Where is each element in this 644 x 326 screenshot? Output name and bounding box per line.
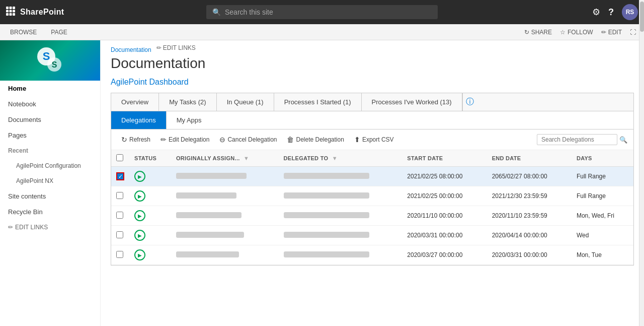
delete-delegation-label: Delete Delegation <box>296 136 344 143</box>
row-start-date: 2020/11/10 00:00:00 <box>402 206 487 226</box>
sidebar-item-agilepoint-config[interactable]: AgilePoint Configuration <box>0 158 100 173</box>
subnav-page[interactable]: PAGE <box>49 24 69 40</box>
table-row: ▶2020/03/27 00:00:002020/03/31 00:00:00M… <box>111 245 633 265</box>
refresh-button[interactable]: ↻ Refresh <box>117 134 154 146</box>
waffle-icon[interactable] <box>6 7 15 18</box>
edit-links-top-label: EDIT LINKS <box>163 44 196 51</box>
breadcrumb-edit-links[interactable]: ✏ EDIT LINKS <box>156 44 196 51</box>
search-delegations-icon[interactable]: 🔍 <box>619 136 627 144</box>
cancel-delegation-button[interactable]: ⊖ Cancel Delegation <box>215 134 281 146</box>
main-layout: S S Home Notebook Documents Pages Recent… <box>0 40 644 326</box>
tab-delegations[interactable]: Delegations <box>111 111 167 129</box>
sidebar-item-home[interactable]: Home <box>0 81 100 96</box>
table-row: ▶2020/11/10 00:00:002020/11/10 23:59:59M… <box>111 206 633 226</box>
header-checkbox-cell <box>111 150 129 167</box>
sidebar-item-documents[interactable]: Documents <box>0 112 100 127</box>
row-checkbox[interactable] <box>116 251 123 258</box>
share-label: SHARE <box>531 29 552 36</box>
row-checkbox-cell <box>111 206 129 226</box>
help-icon[interactable]: ? <box>608 7 614 18</box>
sidebar-item-pages[interactable]: Pages <box>0 127 100 143</box>
tab-processes-worked[interactable]: Processes I've Worked (13) <box>362 93 462 111</box>
subnav-browse[interactable]: BROWSE <box>8 24 39 40</box>
row-checkbox[interactable] <box>116 192 123 199</box>
play-icon: ▶ <box>134 190 145 202</box>
row-status: ▶ <box>129 167 171 186</box>
export-icon: ⬆ <box>354 136 360 144</box>
site-logo: S S <box>0 40 101 81</box>
sidebar-edit-links[interactable]: ✏ EDIT LINKS <box>0 220 100 235</box>
tab-my-apps[interactable]: My Apps <box>167 111 212 129</box>
row-status: ▶ <box>129 186 171 206</box>
svg-rect-0 <box>6 7 9 9</box>
row-end-date: 2020/03/31 00:00:00 <box>487 245 572 265</box>
row-checkbox-checked[interactable]: ✓ <box>116 172 124 180</box>
user-avatar[interactable]: RS <box>622 4 638 20</box>
breadcrumb[interactable]: Documentation <box>111 40 151 55</box>
tab-info-icon[interactable]: ⓘ <box>462 93 477 111</box>
edit-label: EDIT <box>608 29 622 36</box>
sidebar-item-agilepoint-nx[interactable]: AgilePoint NX <box>0 173 100 188</box>
edit-delegation-button[interactable]: ✏ Edit Delegation <box>156 134 213 146</box>
row-days: Mon, Wed, Fri <box>572 206 633 226</box>
blurred-bar-del <box>284 173 369 179</box>
row-originally-assigned <box>171 245 279 265</box>
select-all-checkbox[interactable] <box>116 154 123 161</box>
export-csv-button[interactable]: ⬆ Export CSV <box>350 134 398 146</box>
row-delegated-to <box>279 186 403 206</box>
play-icon: ▶ <box>134 249 145 260</box>
header-start-date: START DATE <box>402 150 487 167</box>
row-status: ▶ <box>129 206 171 226</box>
row-originally-assigned <box>171 226 279 245</box>
row-delegated-to <box>279 226 403 245</box>
subnav-edit[interactable]: ✏ EDIT <box>601 29 622 36</box>
delegations-search-input[interactable] <box>537 134 617 145</box>
sidebar-item-recent: Recent <box>0 143 100 158</box>
header-delegated-to[interactable]: DELEGATED TO ▼ <box>279 150 403 167</box>
delete-delegation-button[interactable]: 🗑 Delete Delegation <box>283 134 348 146</box>
svg-rect-5 <box>13 10 15 12</box>
gear-icon[interactable]: ⚙ <box>592 7 600 18</box>
row-days: Full Range <box>572 167 633 186</box>
sidebar-item-site-contents[interactable]: Site contents <box>0 188 100 204</box>
svg-rect-7 <box>10 13 12 16</box>
play-icon: ▶ <box>134 230 145 241</box>
header-originally-assigned[interactable]: ORIGINALLY ASSIGN... ▼ <box>171 150 279 167</box>
subnav-expand[interactable]: ⛶ <box>630 29 636 36</box>
refresh-label: Refresh <box>129 136 150 143</box>
blurred-bar-del <box>284 192 369 199</box>
table-row: ▶2021/02/25 00:00:002021/12/30 23:59:59F… <box>111 186 633 206</box>
header-status: STATUS <box>129 150 171 167</box>
subnav-follow[interactable]: ☆ FOLLOW <box>560 29 593 36</box>
tab-processes-started[interactable]: Processes I Started (1) <box>274 93 362 111</box>
edit-icon: ✏ <box>601 29 606 36</box>
row-checkbox-cell <box>111 245 129 265</box>
row-start-date: 2021/02/25 00:00:00 <box>402 186 487 206</box>
table-body: ✓▶2021/02/25 08:00:002065/02/27 08:00:00… <box>111 167 633 265</box>
row-originally-assigned <box>171 206 279 226</box>
search-input[interactable] <box>225 8 432 16</box>
top-bar-right: ⚙ ? RS <box>592 4 638 20</box>
right-scrollbar[interactable] <box>639 40 644 326</box>
svg-rect-1 <box>10 7 12 9</box>
header-end-date: END DATE <box>487 150 572 167</box>
row-checkbox[interactable] <box>116 212 123 219</box>
tab-in-queue[interactable]: In Queue (1) <box>217 93 274 111</box>
play-icon: ▶ <box>134 210 145 221</box>
tab-overview[interactable]: Overview <box>111 93 159 111</box>
top-bar-left: SharePoint <box>6 7 64 18</box>
tabs-row1: Overview My Tasks (2) In Queue (1) Proce… <box>111 93 633 111</box>
subnav-share[interactable]: ↻ SHARE <box>524 29 552 36</box>
toolbar: ↻ Refresh ✏ Edit Delegation ⊖ Cancel Del… <box>111 129 633 150</box>
sidebar-item-recycle-bin[interactable]: Recycle Bin <box>0 204 100 220</box>
blurred-bar-del <box>284 212 369 218</box>
svg-text:S: S <box>52 60 57 69</box>
tab-my-tasks[interactable]: My Tasks (2) <box>159 93 216 111</box>
row-start-date: 2020/03/27 00:00:00 <box>402 245 487 265</box>
pencil-icon: ✏ <box>156 44 162 51</box>
sidebar-item-notebook[interactable]: Notebook <box>0 96 100 112</box>
sidebar: S S Home Notebook Documents Pages Recent… <box>0 40 101 326</box>
row-checkbox-cell <box>111 226 129 245</box>
row-checkbox[interactable] <box>116 231 123 238</box>
app-name: SharePoint <box>20 8 64 17</box>
